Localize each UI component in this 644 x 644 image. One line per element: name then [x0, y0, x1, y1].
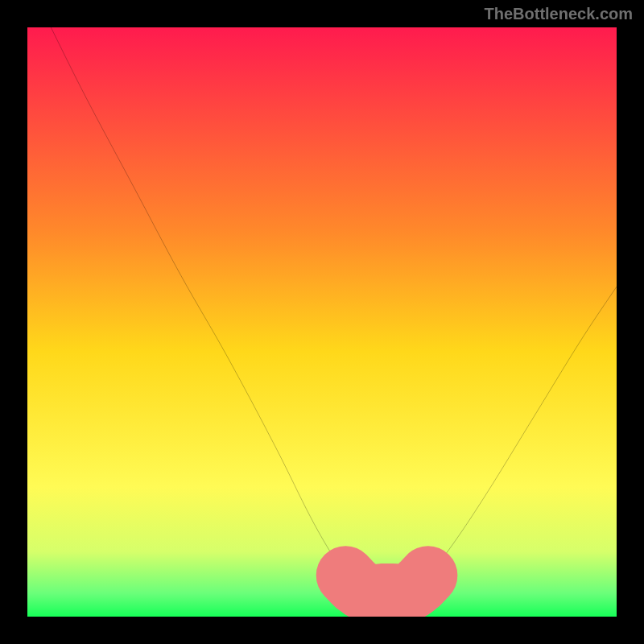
watermark-text: TheBottleneck.com: [485, 5, 633, 23]
gradient-background: [27, 27, 617, 617]
bottleneck-chart: [27, 27, 617, 617]
optimal-zone-highlight: [345, 576, 427, 594]
chart-root: TheBottleneck.com: [0, 0, 644, 644]
